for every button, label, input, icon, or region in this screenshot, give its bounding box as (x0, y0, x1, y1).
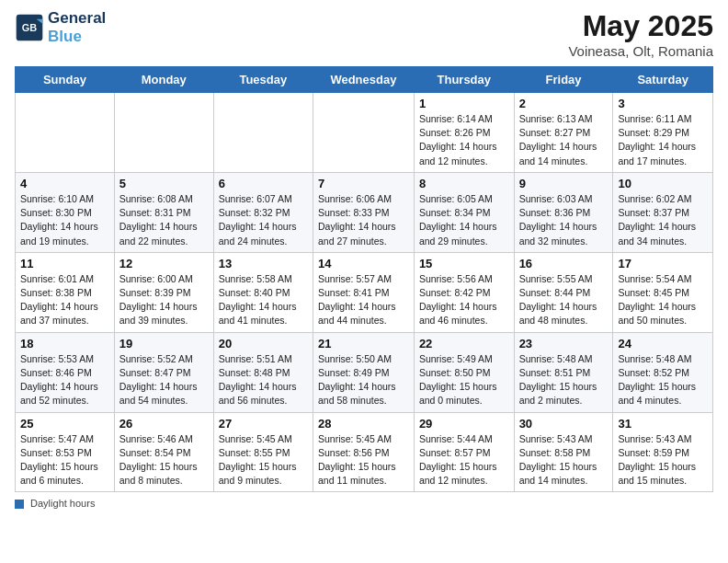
day-info: Sunrise: 6:07 AM Sunset: 8:32 PM Dayligh… (219, 192, 308, 248)
day-info: Sunrise: 5:43 AM Sunset: 8:58 PM Dayligh… (519, 432, 609, 488)
day-cell: 2Sunrise: 6:13 AM Sunset: 8:27 PM Daylig… (514, 93, 613, 173)
day-info: Sunrise: 5:53 AM Sunset: 8:46 PM Dayligh… (20, 352, 109, 408)
header-cell-sunday: Sunday (16, 67, 115, 93)
day-number: 9 (519, 177, 609, 190)
day-cell: 8Sunrise: 6:05 AM Sunset: 8:34 PM Daylig… (414, 172, 514, 252)
day-cell: 7Sunrise: 6:06 AM Sunset: 8:33 PM Daylig… (313, 172, 414, 252)
day-info: Sunrise: 6:13 AM Sunset: 8:27 PM Dayligh… (519, 112, 609, 168)
day-info: Sunrise: 5:47 AM Sunset: 8:53 PM Dayligh… (20, 432, 109, 488)
day-number: 4 (20, 177, 109, 190)
week-row-3: 11Sunrise: 6:01 AM Sunset: 8:38 PM Dayli… (16, 252, 713, 332)
day-cell: 29Sunrise: 5:44 AM Sunset: 8:57 PM Dayli… (414, 412, 514, 492)
day-cell: 12Sunrise: 6:00 AM Sunset: 8:39 PM Dayli… (114, 252, 213, 332)
week-row-4: 18Sunrise: 5:53 AM Sunset: 8:46 PM Dayli… (16, 332, 713, 412)
day-info: Sunrise: 5:57 AM Sunset: 8:41 PM Dayligh… (318, 272, 409, 328)
header-cell-friday: Friday (514, 67, 613, 93)
day-info: Sunrise: 6:03 AM Sunset: 8:36 PM Dayligh… (519, 192, 609, 248)
header-cell-monday: Monday (114, 67, 213, 93)
day-number: 2 (519, 97, 609, 110)
day-cell (16, 93, 115, 173)
day-number: 20 (219, 337, 308, 350)
day-info: Sunrise: 5:48 AM Sunset: 8:51 PM Dayligh… (519, 352, 609, 408)
day-info: Sunrise: 5:45 AM Sunset: 8:55 PM Dayligh… (219, 432, 308, 488)
day-number: 10 (618, 177, 708, 190)
calendar-title: May 2025 (568, 9, 713, 43)
day-info: Sunrise: 6:02 AM Sunset: 8:37 PM Dayligh… (618, 192, 708, 248)
day-number: 13 (219, 257, 308, 270)
day-number: 25 (20, 417, 109, 431)
week-row-5: 25Sunrise: 5:47 AM Sunset: 8:53 PM Dayli… (16, 412, 713, 492)
day-info: Sunrise: 5:49 AM Sunset: 8:50 PM Dayligh… (419, 352, 509, 408)
day-cell: 17Sunrise: 5:54 AM Sunset: 8:45 PM Dayli… (613, 252, 713, 332)
day-cell: 10Sunrise: 6:02 AM Sunset: 8:37 PM Dayli… (613, 172, 713, 252)
day-cell: 15Sunrise: 5:56 AM Sunset: 8:42 PM Dayli… (414, 252, 514, 332)
day-info: Sunrise: 5:45 AM Sunset: 8:56 PM Dayligh… (318, 432, 409, 488)
day-number: 29 (419, 417, 509, 431)
day-cell: 23Sunrise: 5:48 AM Sunset: 8:51 PM Dayli… (514, 332, 613, 412)
day-number: 7 (318, 177, 409, 190)
day-cell: 22Sunrise: 5:49 AM Sunset: 8:50 PM Dayli… (414, 332, 514, 412)
day-cell: 6Sunrise: 6:07 AM Sunset: 8:32 PM Daylig… (213, 172, 313, 252)
day-number: 16 (519, 257, 609, 270)
day-number: 8 (419, 177, 509, 190)
day-number: 12 (119, 257, 209, 270)
header: GB General Blue May 2025 Voineasa, Olt, … (15, 9, 713, 59)
day-info: Sunrise: 6:01 AM Sunset: 8:38 PM Dayligh… (20, 272, 109, 328)
day-number: 26 (119, 417, 209, 431)
day-info: Sunrise: 5:56 AM Sunset: 8:42 PM Dayligh… (419, 272, 509, 328)
day-info: Sunrise: 6:08 AM Sunset: 8:31 PM Dayligh… (119, 192, 209, 248)
day-number: 5 (119, 177, 209, 190)
day-info: Sunrise: 5:55 AM Sunset: 8:44 PM Dayligh… (519, 272, 609, 328)
day-number: 18 (20, 337, 109, 350)
logo: GB General Blue (15, 9, 106, 45)
week-row-2: 4Sunrise: 6:10 AM Sunset: 8:30 PM Daylig… (16, 172, 713, 252)
day-number: 27 (219, 417, 308, 431)
calendar-table: SundayMondayTuesdayWednesdayThursdayFrid… (15, 66, 713, 492)
day-info: Sunrise: 5:50 AM Sunset: 8:49 PM Dayligh… (318, 352, 409, 408)
day-cell: 9Sunrise: 6:03 AM Sunset: 8:36 PM Daylig… (514, 172, 613, 252)
day-cell: 24Sunrise: 5:48 AM Sunset: 8:52 PM Dayli… (613, 332, 713, 412)
day-info: Sunrise: 5:54 AM Sunset: 8:45 PM Dayligh… (618, 272, 708, 328)
day-number: 31 (618, 417, 708, 431)
day-info: Sunrise: 6:11 AM Sunset: 8:29 PM Dayligh… (618, 112, 708, 168)
day-cell: 31Sunrise: 5:43 AM Sunset: 8:59 PM Dayli… (613, 412, 713, 492)
day-cell: 30Sunrise: 5:43 AM Sunset: 8:58 PM Dayli… (514, 412, 613, 492)
header-cell-thursday: Thursday (414, 67, 514, 93)
day-cell: 26Sunrise: 5:46 AM Sunset: 8:54 PM Dayli… (114, 412, 213, 492)
day-info: Sunrise: 5:43 AM Sunset: 8:59 PM Dayligh… (618, 432, 708, 488)
day-info: Sunrise: 5:44 AM Sunset: 8:57 PM Dayligh… (419, 432, 509, 488)
day-cell: 27Sunrise: 5:45 AM Sunset: 8:55 PM Dayli… (213, 412, 313, 492)
day-info: Sunrise: 5:58 AM Sunset: 8:40 PM Dayligh… (219, 272, 308, 328)
week-row-1: 1Sunrise: 6:14 AM Sunset: 8:26 PM Daylig… (16, 93, 713, 173)
day-number: 14 (318, 257, 409, 270)
calendar-subtitle: Voineasa, Olt, Romania (568, 43, 713, 59)
day-cell: 11Sunrise: 6:01 AM Sunset: 8:38 PM Dayli… (16, 252, 115, 332)
header-cell-saturday: Saturday (613, 67, 713, 93)
calendar-body: 1Sunrise: 6:14 AM Sunset: 8:26 PM Daylig… (16, 93, 713, 492)
day-number: 28 (318, 417, 409, 431)
page: GB General Blue May 2025 Voineasa, Olt, … (0, 0, 728, 563)
day-number: 6 (219, 177, 308, 190)
day-number: 17 (618, 257, 708, 270)
day-cell: 1Sunrise: 6:14 AM Sunset: 8:26 PM Daylig… (414, 93, 514, 173)
calendar-header: SundayMondayTuesdayWednesdayThursdayFrid… (16, 67, 713, 93)
day-info: Sunrise: 5:51 AM Sunset: 8:48 PM Dayligh… (219, 352, 308, 408)
logo-line2: Blue (48, 28, 106, 46)
day-cell: 13Sunrise: 5:58 AM Sunset: 8:40 PM Dayli… (213, 252, 313, 332)
day-number: 3 (618, 97, 708, 110)
title-block: May 2025 Voineasa, Olt, Romania (568, 9, 713, 59)
header-cell-wednesday: Wednesday (313, 67, 414, 93)
day-number: 22 (419, 337, 509, 350)
legend: Daylight hours (15, 498, 713, 509)
day-cell (114, 93, 213, 173)
day-number: 30 (519, 417, 609, 431)
day-cell: 21Sunrise: 5:50 AM Sunset: 8:49 PM Dayli… (313, 332, 414, 412)
day-info: Sunrise: 6:05 AM Sunset: 8:34 PM Dayligh… (419, 192, 509, 248)
header-cell-tuesday: Tuesday (213, 67, 313, 93)
day-info: Sunrise: 6:06 AM Sunset: 8:33 PM Dayligh… (318, 192, 409, 248)
day-info: Sunrise: 6:14 AM Sunset: 8:26 PM Dayligh… (419, 112, 509, 168)
logo-icon: GB (15, 13, 44, 42)
day-info: Sunrise: 6:00 AM Sunset: 8:39 PM Dayligh… (119, 272, 209, 328)
day-info: Sunrise: 5:46 AM Sunset: 8:54 PM Dayligh… (119, 432, 209, 488)
logo-text: General Blue (48, 9, 106, 45)
